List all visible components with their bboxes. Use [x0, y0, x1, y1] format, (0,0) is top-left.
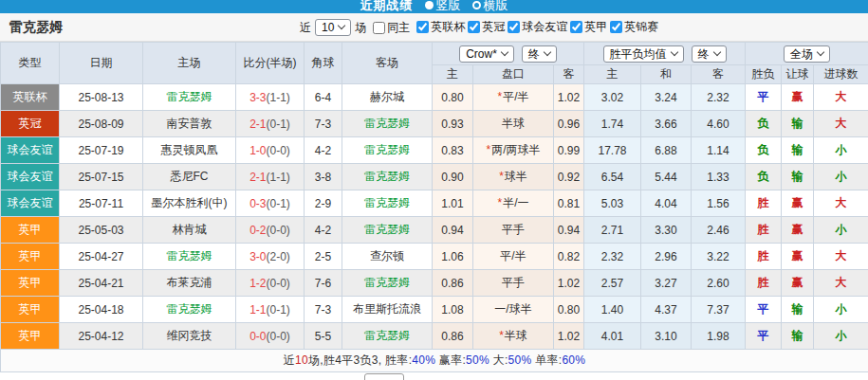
- scope-select[interactable]: 全场: [784, 45, 830, 63]
- handicap-line: 一/球半: [473, 297, 554, 323]
- corner-score: 2-5: [305, 244, 342, 270]
- home-team-link[interactable]: 林肯城: [173, 223, 207, 236]
- fulltime-score: 0-2: [249, 224, 266, 237]
- away-team-link[interactable]: 雷克瑟姆: [364, 223, 410, 236]
- home-team-link[interactable]: 布莱克浦: [167, 276, 212, 289]
- avg-draw-odds: 3.66: [641, 111, 692, 137]
- subheader-handicap-home: 主: [433, 65, 473, 84]
- match-row: 英联杯25-08-13雷克瑟姆3-3(1-1)6-4赫尔城0.80*平/半1.0…: [1, 84, 868, 111]
- league-filter-checkbox[interactable]: 英冠: [468, 19, 505, 35]
- handicap-state-select[interactable]: 终: [522, 45, 557, 63]
- corner-score: 6-4: [305, 84, 342, 111]
- match-date: 25-04-27: [60, 244, 143, 270]
- home-team-link[interactable]: 雷克瑟姆: [167, 249, 212, 262]
- live-star-icon: *: [486, 143, 490, 156]
- league-filter-checkbox[interactable]: 英甲: [570, 19, 607, 35]
- result-goals: 小: [814, 164, 868, 190]
- handicap-away-odds: 0.94: [554, 217, 584, 244]
- corner-score: 4-2: [305, 217, 342, 244]
- result-wdl: 负: [746, 137, 782, 164]
- same-home-checkbox[interactable]: 同主: [373, 20, 410, 36]
- league-filter-checkbox[interactable]: 球会友谊: [508, 19, 567, 35]
- away-team-link[interactable]: 雷克瑟姆: [364, 170, 410, 183]
- league-type-badge: 英甲: [1, 270, 60, 297]
- halftime-score: (0-0): [267, 224, 290, 237]
- away-team-link[interactable]: 雷克瑟姆: [364, 143, 410, 156]
- handicap-away-odds: 0.80: [554, 297, 584, 323]
- corner-score: 7-6: [305, 270, 342, 297]
- handicap-away-odds: 0.81: [554, 190, 584, 217]
- bookmaker-select[interactable]: Crow*: [459, 45, 514, 63]
- handicap-away-odds: 1.02: [554, 323, 584, 350]
- layout-radio-vertical[interactable]: 竖版: [425, 0, 461, 13]
- toolbar: 雷克瑟姆 近 10 场 同主 英联杯英冠球会友谊英甲英锦赛: [0, 13, 868, 42]
- home-team-link[interactable]: 惠灵顿凤凰: [161, 143, 218, 156]
- match-row: 英冠25-08-09南安普敦2-1(0-1)7-3雷克瑟姆0.93半球0.961…: [1, 111, 868, 137]
- away-team-link[interactable]: 雷克瑟姆: [364, 117, 410, 130]
- avg-draw-odds: 3.10: [641, 323, 692, 350]
- filter-bar: 近 10 场 同主 英联杯英冠球会友谊英甲英锦赛: [300, 13, 658, 42]
- result-handicap: 输: [782, 323, 814, 350]
- checkbox-input[interactable]: [508, 21, 520, 33]
- home-team-cell: 雷克瑟姆: [143, 297, 236, 323]
- matches-label: 场: [355, 20, 366, 36]
- league-type-badge: 英联杯: [1, 84, 60, 111]
- home-team-link[interactable]: 维冈竞技: [167, 329, 212, 342]
- away-team-link[interactable]: 雷克瑟姆: [364, 196, 410, 209]
- live-star-icon: *: [497, 196, 502, 209]
- handicap-line: *半球: [473, 323, 554, 350]
- match-row: 英甲25-04-18雷克瑟姆1-1(0-1)7-3布里斯托流浪1.08一/球半0…: [1, 297, 868, 323]
- away-team-cell: 布里斯托流浪: [342, 297, 433, 323]
- same-home-checkbox-input[interactable]: [373, 22, 385, 34]
- result-goals: 大: [814, 111, 868, 137]
- home-team-link[interactable]: 悉尼FC: [171, 170, 209, 183]
- league-type-badge: 球会友谊: [1, 137, 60, 164]
- corner-score: 7-3: [305, 111, 342, 137]
- halftime-score: (1-1): [267, 91, 290, 104]
- avg-draw-odds: 4.37: [641, 297, 692, 323]
- odds-type-select[interactable]: 胜平负均值: [603, 45, 684, 63]
- result-wdl: 平: [746, 84, 782, 111]
- avg-lose-odds: 7.37: [692, 297, 746, 323]
- handicap-home-odds: 0.93: [433, 111, 473, 137]
- subheader-odds-draw: 和: [641, 65, 692, 84]
- result-goals: 小: [814, 137, 868, 164]
- away-team-link[interactable]: 查尔顿: [370, 249, 404, 262]
- handicap-home-odds: 0.86: [433, 323, 473, 350]
- match-count-select[interactable]: 10: [315, 19, 351, 36]
- match-score: 1-0(0-0): [236, 137, 305, 164]
- league-filter-checkbox[interactable]: 英联杯: [416, 19, 465, 35]
- away-team-link[interactable]: 赫尔城: [370, 90, 404, 103]
- match-count-value: 10: [322, 21, 334, 34]
- league-filter-label: 球会友谊: [522, 19, 567, 35]
- league-filter-checkbox[interactable]: 英锦赛: [610, 19, 658, 35]
- chevron-down-icon: [670, 47, 677, 55]
- subheader-handicap-away: 客: [554, 65, 584, 84]
- checkbox-input[interactable]: [570, 21, 582, 33]
- halftime-score: (0-1): [267, 303, 290, 317]
- fulltime-score: 1-1: [249, 303, 266, 317]
- same-home-label: 同主: [387, 20, 410, 36]
- match-date: 25-04-18: [60, 297, 143, 323]
- handicap-home-odds: 1.08: [433, 297, 473, 323]
- result-wdl: 负: [746, 111, 782, 137]
- checkbox-input[interactable]: [610, 21, 622, 33]
- layout-radio-horizontal[interactable]: 横版: [472, 0, 508, 13]
- handicap-home-odds: 0.83: [433, 137, 473, 164]
- match-score: 3-3(1-1): [236, 84, 305, 111]
- away-team-link[interactable]: 布里斯托流浪: [353, 302, 421, 316]
- away-team-link[interactable]: 雷克瑟姆: [364, 276, 410, 289]
- home-team-link[interactable]: 南安普敦: [167, 117, 212, 130]
- home-team-link[interactable]: 雷克瑟姆: [167, 90, 212, 103]
- checkbox-input[interactable]: [416, 21, 429, 33]
- odds-state-select[interactable]: 终: [692, 45, 727, 63]
- checkbox-input[interactable]: [468, 21, 480, 33]
- away-team-link[interactable]: 雷克瑟姆: [364, 329, 410, 342]
- home-team-link[interactable]: 雷克瑟姆: [167, 302, 212, 316]
- clipped-bottom-dropdown[interactable]: [364, 373, 404, 380]
- home-team-link[interactable]: 墨尔本胜利(中): [152, 196, 228, 209]
- summary-row: 近10场,胜4平3负3, 胜率:40% 赢率:50% 大:50% 单率:60%: [1, 350, 868, 372]
- match-date: 25-05-03: [60, 217, 143, 244]
- match-row: 英甲25-04-27雷克瑟姆3-0(2-0)2-5查尔顿1.06平/半0.822…: [1, 244, 868, 270]
- match-row: 英甲25-04-12维冈竞技0-0(0-0)5-5雷克瑟姆0.86*半球1.02…: [1, 323, 868, 350]
